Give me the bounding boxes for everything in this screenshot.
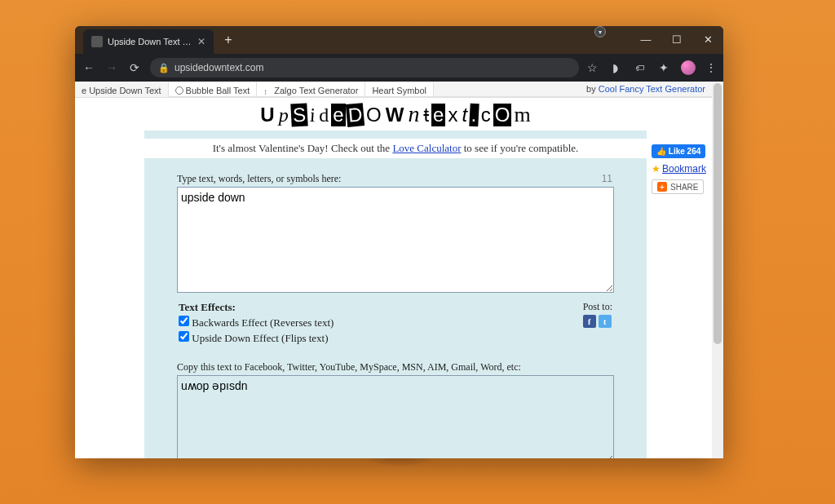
extensions-puzzle-icon[interactable]: ✦ [656, 60, 671, 75]
profile-avatar[interactable] [681, 60, 696, 75]
site-logo: UpSideDOWntext.cOm [144, 98, 647, 130]
by-line: by Cool Fancy Text Generator [580, 82, 712, 97]
upside-down-effect-row[interactable]: Upside Down Effect (Flips text) [179, 331, 334, 345]
browser-window: Upside Down Text | Flip Text, Typ… ✕ + ▾… [75, 26, 723, 458]
upside-down-effect-checkbox[interactable] [179, 331, 189, 342]
bookmark-link[interactable]: Bookmark [652, 163, 707, 175]
backwards-effect-row[interactable]: Backwards Effect (Reverses text) [179, 316, 334, 329]
output-textarea[interactable] [177, 375, 614, 458]
upside-down-effect-label: Upside Down Effect (Flips text) [192, 332, 328, 344]
backwards-effect-checkbox[interactable] [179, 316, 189, 326]
link-heart-symbol[interactable]: Heart Symbol [365, 82, 434, 97]
favicon [91, 36, 103, 47]
forward-button[interactable]: → [104, 61, 119, 74]
input-label: Type text, words, letters, or symbols he… [177, 173, 341, 185]
top-link-bar: e Upside Down Text Bubble Ball Text Zalg… [75, 82, 712, 98]
lock-icon: 🔒 [158, 63, 170, 73]
maximize-button[interactable]: ☐ [661, 26, 692, 52]
tab-title: Upside Down Text | Flip Text, Typ… [108, 37, 192, 46]
extension-icon-1[interactable]: ◗ [607, 60, 622, 75]
post-facebook-button[interactable]: f [583, 315, 596, 328]
title-bar: Upside Down Text | Flip Text, Typ… ✕ + ▾… [75, 26, 723, 54]
link-upside-down-text[interactable]: e Upside Down Text [75, 82, 169, 97]
tab-search-icon[interactable]: ▾ [594, 26, 606, 38]
link-cool-fancy-text[interactable]: Cool Fancy Text Generator [599, 84, 705, 94]
scrollbar-thumb[interactable] [714, 83, 722, 344]
updown-arrow-icon [263, 86, 272, 95]
page-viewport: e Upside Down Text Bubble Ball Text Zalg… [75, 82, 723, 458]
backwards-effect-label: Backwards Effect (Reverses text) [192, 316, 334, 329]
new-tab-button[interactable]: + [219, 33, 238, 47]
back-button[interactable]: ← [82, 61, 96, 74]
promo-notice: It's almost Valentine's Day! Check out t… [144, 139, 647, 158]
close-window-button[interactable]: ✕ [692, 26, 723, 52]
bookmark-star-icon[interactable]: ☆ [587, 61, 598, 74]
reload-button[interactable]: ⟳ [127, 61, 142, 74]
output-label: Copy this text to Facebook, Twitter, You… [177, 361, 614, 374]
browser-menu-icon[interactable]: ⋮ [705, 61, 717, 74]
input-textarea[interactable] [177, 187, 614, 293]
share-plus-icon: + [657, 182, 667, 192]
love-calculator-link[interactable]: Love Calculator [392, 142, 461, 154]
post-to-label: Post to: [583, 301, 612, 313]
bubble-icon [175, 86, 183, 95]
post-twitter-button[interactable]: t [599, 315, 612, 328]
address-field[interactable]: 🔒 upsidedowntext.com [150, 58, 579, 77]
share-button[interactable]: + SHARE [652, 179, 704, 194]
facebook-like-button[interactable]: 👍 Like 264 [652, 144, 705, 158]
link-zalgo-text-generator[interactable]: Zalgo Text Generator [257, 82, 365, 97]
extension-icon-2[interactable]: 🏷 [632, 60, 647, 75]
browser-tab[interactable]: Upside Down Text | Flip Text, Typ… ✕ [83, 29, 214, 54]
vertical-scrollbar[interactable] [712, 82, 723, 458]
char-count: 11 [602, 173, 612, 185]
close-tab-icon[interactable]: ✕ [197, 36, 205, 47]
address-bar: ← → ⟳ 🔒 upsidedowntext.com ☆ ◗ 🏷 ✦ ⋮ [75, 54, 723, 82]
link-bubble-ball-text[interactable]: Bubble Ball Text [169, 82, 258, 97]
effects-header: Text Effects [179, 301, 232, 313]
url-text: upsidedowntext.com [175, 62, 263, 73]
minimize-button[interactable]: — [630, 26, 661, 52]
